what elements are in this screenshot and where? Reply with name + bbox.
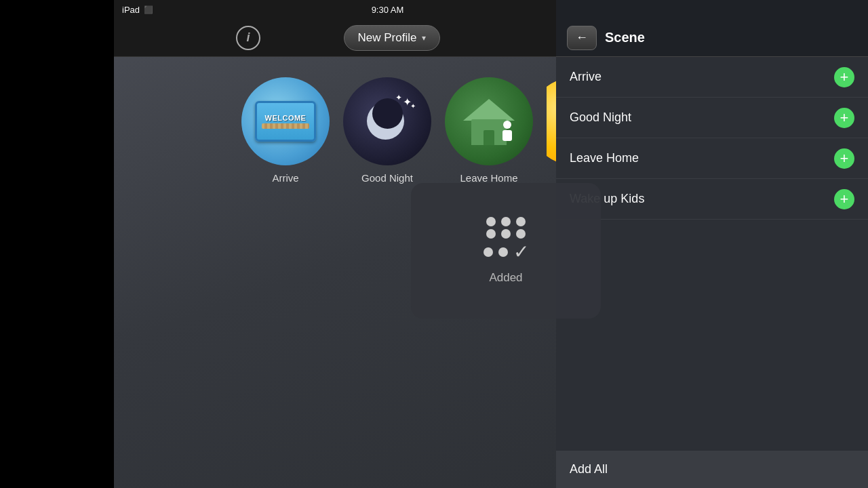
- add-leavehome-button[interactable]: +: [834, 148, 854, 169]
- back-button[interactable]: ←: [567, 26, 597, 50]
- goodnight-icon: ✦ ✦ ✦: [343, 77, 431, 165]
- scene-row-arrive[interactable]: Arrive +: [556, 57, 868, 98]
- added-overlay: ✓ Added: [411, 183, 601, 319]
- scene-row-wakeupkids[interactable]: Wake up Kids +: [556, 179, 868, 220]
- info-icon: i: [246, 30, 250, 45]
- left-black-bar: [0, 0, 114, 488]
- device-name: iPad: [122, 5, 140, 15]
- status-time: 9:30 AM: [372, 5, 404, 15]
- lock-icon: ⬛: [144, 5, 153, 14]
- leavehome-label: Leave Home: [460, 172, 517, 184]
- back-arrow-icon: ←: [576, 30, 588, 45]
- scene-row-leavehome-label: Leave Home: [570, 151, 639, 165]
- scene-goodnight[interactable]: ✦ ✦ ✦ Good Night: [343, 77, 431, 184]
- leavehome-icon: [445, 77, 533, 165]
- panel-title: Scene: [605, 30, 645, 45]
- scene-row-goodnight-label: Good Night: [570, 110, 631, 125]
- arrive-icon: WELCOME: [241, 77, 330, 165]
- new-profile-label: New Profile: [358, 31, 417, 45]
- add-all-label: Add All: [570, 462, 608, 476]
- info-button[interactable]: i: [236, 26, 260, 50]
- add-wakeupkids-button[interactable]: +: [834, 189, 854, 209]
- dots-checkmark: ✓: [484, 217, 529, 262]
- new-profile-button[interactable]: New Profile ▾: [344, 25, 441, 51]
- status-left: iPad ⬛: [122, 5, 153, 15]
- panel-header: ← Scene: [556, 0, 868, 57]
- right-panel: ← Scene Arrive + Good Night + Leave Home…: [556, 0, 868, 488]
- scene-list: Arrive + Good Night + Leave Home + Wake …: [556, 57, 868, 451]
- scene-row-arrive-label: Arrive: [570, 70, 601, 84]
- scene-row-goodnight[interactable]: Good Night +: [556, 98, 868, 138]
- add-all-row[interactable]: Add All: [556, 451, 868, 488]
- add-arrive-button[interactable]: +: [834, 67, 854, 87]
- added-label: Added: [489, 271, 522, 285]
- chevron-down-icon: ▾: [422, 33, 426, 43]
- add-goodnight-button[interactable]: +: [834, 108, 854, 128]
- scene-arrive[interactable]: WELCOME Arrive: [241, 77, 330, 184]
- scene-leavehome[interactable]: Leave Home: [445, 77, 533, 184]
- arrive-label: Arrive: [272, 172, 298, 184]
- goodnight-label: Good Night: [361, 172, 413, 184]
- scene-row-leavehome[interactable]: Leave Home +: [556, 138, 868, 179]
